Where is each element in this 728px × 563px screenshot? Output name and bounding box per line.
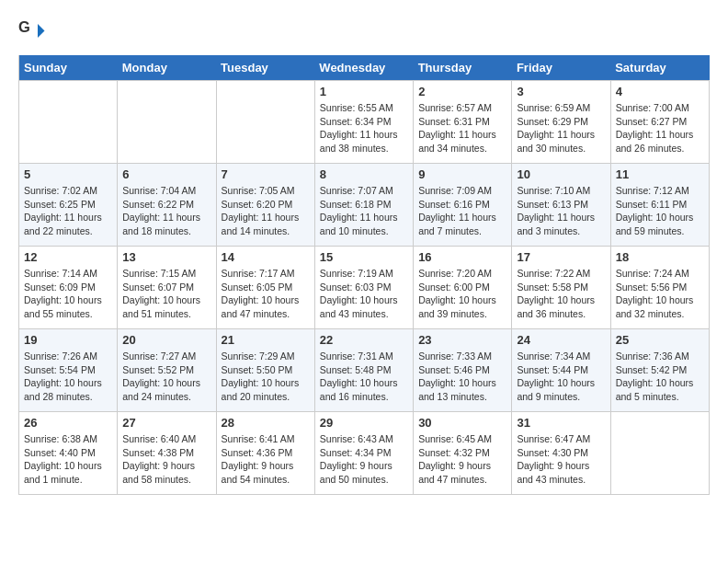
week-row-5: 26Sunrise: 6:38 AM Sunset: 4:40 PM Dayli… (19, 412, 710, 495)
day-info: Sunrise: 7:19 AM Sunset: 6:03 PM Dayligh… (320, 267, 408, 321)
day-number: 25 (616, 333, 704, 347)
col-header-monday: Monday (118, 55, 216, 81)
calendar-cell: 3Sunrise: 6:59 AM Sunset: 6:29 PM Daylig… (512, 81, 610, 164)
calendar-cell: 10Sunrise: 7:10 AM Sunset: 6:13 PM Dayli… (512, 164, 610, 247)
calendar-cell: 29Sunrise: 6:43 AM Sunset: 4:34 PM Dayli… (314, 412, 413, 495)
day-info: Sunrise: 7:22 AM Sunset: 5:58 PM Dayligh… (517, 267, 605, 321)
svg-marker-1 (38, 24, 45, 38)
calendar-cell: 5Sunrise: 7:02 AM Sunset: 6:25 PM Daylig… (19, 164, 118, 247)
day-number: 11 (616, 167, 704, 181)
day-info: Sunrise: 7:31 AM Sunset: 5:48 PM Dayligh… (320, 350, 408, 404)
calendar-cell: 4Sunrise: 7:00 AM Sunset: 6:27 PM Daylig… (610, 81, 709, 164)
day-info: Sunrise: 7:27 AM Sunset: 5:52 PM Dayligh… (122, 350, 210, 404)
calendar-cell: 17Sunrise: 7:22 AM Sunset: 5:58 PM Dayli… (512, 247, 610, 329)
week-row-1: 1Sunrise: 6:55 AM Sunset: 6:34 PM Daylig… (19, 81, 710, 164)
day-number: 21 (222, 333, 310, 347)
calendar-cell: 26Sunrise: 6:38 AM Sunset: 4:40 PM Dayli… (19, 412, 118, 495)
day-number: 24 (517, 333, 605, 347)
calendar-cell: 6Sunrise: 7:04 AM Sunset: 6:22 PM Daylig… (118, 164, 216, 247)
col-header-thursday: Thursday (414, 55, 512, 81)
calendar-cell: 2Sunrise: 6:57 AM Sunset: 6:31 PM Daylig… (414, 81, 512, 164)
day-info: Sunrise: 7:14 AM Sunset: 6:09 PM Dayligh… (24, 267, 112, 321)
day-info: Sunrise: 7:36 AM Sunset: 5:42 PM Dayligh… (616, 350, 704, 404)
day-number: 13 (122, 250, 210, 264)
calendar-cell: 18Sunrise: 7:24 AM Sunset: 5:56 PM Dayli… (610, 247, 709, 329)
calendar-cell: 27Sunrise: 6:40 AM Sunset: 4:38 PM Dayli… (118, 412, 216, 495)
calendar-cell: 14Sunrise: 7:17 AM Sunset: 6:05 PM Dayli… (216, 247, 314, 329)
day-number: 2 (418, 85, 506, 98)
logo-icon: G (18, 18, 46, 46)
day-info: Sunrise: 6:59 AM Sunset: 6:29 PM Dayligh… (517, 101, 605, 155)
day-number: 18 (616, 250, 704, 264)
calendar-cell: 22Sunrise: 7:31 AM Sunset: 5:48 PM Dayli… (314, 329, 413, 412)
calendar-cell: 7Sunrise: 7:05 AM Sunset: 6:20 PM Daylig… (216, 164, 314, 247)
calendar-table: SundayMondayTuesdayWednesdayThursdayFrid… (18, 55, 710, 495)
calendar-cell (118, 81, 216, 164)
day-number: 29 (320, 416, 408, 430)
calendar-cell (216, 81, 314, 164)
day-number: 16 (418, 250, 506, 264)
col-header-tuesday: Tuesday (216, 55, 314, 81)
day-number: 28 (222, 416, 310, 430)
day-info: Sunrise: 7:26 AM Sunset: 5:54 PM Dayligh… (24, 350, 112, 404)
day-number: 9 (418, 167, 506, 181)
calendar-cell: 31Sunrise: 6:47 AM Sunset: 4:30 PM Dayli… (512, 412, 610, 495)
calendar-cell: 16Sunrise: 7:20 AM Sunset: 6:00 PM Dayli… (414, 247, 512, 329)
day-number: 31 (517, 416, 605, 430)
day-number: 14 (222, 250, 310, 264)
calendar-cell (19, 81, 118, 164)
calendar-cell: 1Sunrise: 6:55 AM Sunset: 6:34 PM Daylig… (314, 81, 413, 164)
col-header-saturday: Saturday (610, 55, 709, 81)
day-info: Sunrise: 6:55 AM Sunset: 6:34 PM Dayligh… (320, 101, 408, 155)
calendar-cell: 24Sunrise: 7:34 AM Sunset: 5:44 PM Dayli… (512, 329, 610, 412)
col-header-sunday: Sunday (19, 55, 118, 81)
day-info: Sunrise: 7:29 AM Sunset: 5:50 PM Dayligh… (222, 350, 310, 404)
day-info: Sunrise: 7:09 AM Sunset: 6:16 PM Dayligh… (418, 184, 506, 238)
calendar-cell (610, 412, 709, 495)
calendar-cell: 11Sunrise: 7:12 AM Sunset: 6:11 PM Dayli… (610, 164, 709, 247)
day-number: 1 (320, 85, 408, 98)
day-number: 19 (24, 333, 112, 347)
calendar-cell: 28Sunrise: 6:41 AM Sunset: 4:36 PM Dayli… (216, 412, 314, 495)
day-number: 15 (320, 250, 408, 264)
day-info: Sunrise: 7:02 AM Sunset: 6:25 PM Dayligh… (24, 184, 112, 238)
week-row-4: 19Sunrise: 7:26 AM Sunset: 5:54 PM Dayli… (19, 329, 710, 412)
svg-text:G: G (18, 18, 30, 35)
day-number: 22 (320, 333, 408, 347)
day-info: Sunrise: 7:15 AM Sunset: 6:07 PM Dayligh… (122, 267, 210, 321)
day-info: Sunrise: 7:00 AM Sunset: 6:27 PM Dayligh… (616, 101, 704, 155)
day-number: 6 (122, 167, 210, 181)
calendar-header-row: SundayMondayTuesdayWednesdayThursdayFrid… (19, 55, 710, 81)
calendar-cell: 9Sunrise: 7:09 AM Sunset: 6:16 PM Daylig… (414, 164, 512, 247)
calendar-cell: 21Sunrise: 7:29 AM Sunset: 5:50 PM Dayli… (216, 329, 314, 412)
week-row-3: 12Sunrise: 7:14 AM Sunset: 6:09 PM Dayli… (19, 247, 710, 329)
day-number: 8 (320, 167, 408, 181)
col-header-friday: Friday (512, 55, 610, 81)
week-row-2: 5Sunrise: 7:02 AM Sunset: 6:25 PM Daylig… (19, 164, 710, 247)
logo: G (18, 18, 50, 46)
day-info: Sunrise: 7:17 AM Sunset: 6:05 PM Dayligh… (222, 267, 310, 321)
calendar-cell: 19Sunrise: 7:26 AM Sunset: 5:54 PM Dayli… (19, 329, 118, 412)
day-number: 5 (24, 167, 112, 181)
day-number: 23 (418, 333, 506, 347)
day-info: Sunrise: 7:04 AM Sunset: 6:22 PM Dayligh… (122, 184, 210, 238)
page-header: G (18, 18, 710, 46)
calendar-cell: 12Sunrise: 7:14 AM Sunset: 6:09 PM Dayli… (19, 247, 118, 329)
day-info: Sunrise: 6:41 AM Sunset: 4:36 PM Dayligh… (222, 432, 310, 487)
calendar-cell: 30Sunrise: 6:45 AM Sunset: 4:32 PM Dayli… (414, 412, 512, 495)
calendar-cell: 13Sunrise: 7:15 AM Sunset: 6:07 PM Dayli… (118, 247, 216, 329)
day-number: 27 (122, 416, 210, 430)
day-number: 26 (24, 416, 112, 430)
calendar-cell: 8Sunrise: 7:07 AM Sunset: 6:18 PM Daylig… (314, 164, 413, 247)
day-number: 3 (517, 85, 605, 98)
calendar-cell: 20Sunrise: 7:27 AM Sunset: 5:52 PM Dayli… (118, 329, 216, 412)
day-info: Sunrise: 6:43 AM Sunset: 4:34 PM Dayligh… (320, 432, 408, 487)
day-number: 17 (517, 250, 605, 264)
day-info: Sunrise: 7:12 AM Sunset: 6:11 PM Dayligh… (616, 184, 704, 238)
day-number: 10 (517, 167, 605, 181)
day-info: Sunrise: 6:57 AM Sunset: 6:31 PM Dayligh… (418, 101, 506, 155)
day-info: Sunrise: 7:05 AM Sunset: 6:20 PM Dayligh… (222, 184, 310, 238)
day-number: 4 (616, 85, 704, 98)
calendar-cell: 23Sunrise: 7:33 AM Sunset: 5:46 PM Dayli… (414, 329, 512, 412)
day-number: 30 (418, 416, 506, 430)
